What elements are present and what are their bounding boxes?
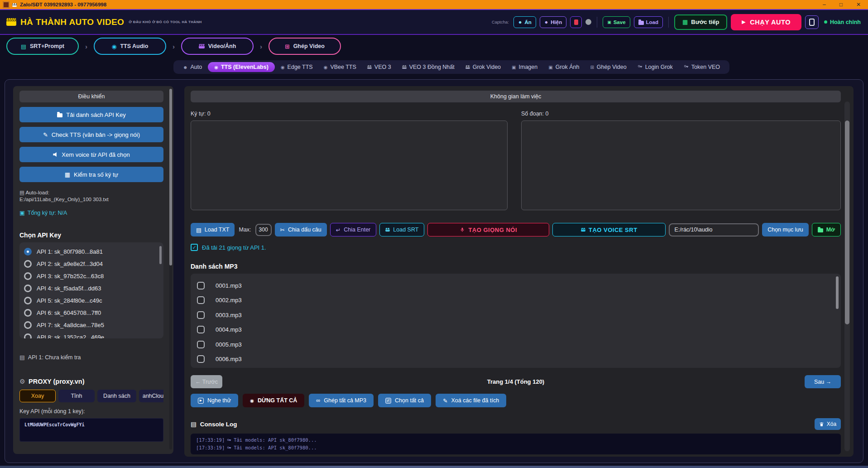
logo-clapperboard-icon bbox=[6, 18, 16, 26]
select-all-button[interactable]: ✓ Chọn tất cả bbox=[378, 394, 431, 407]
load-srt-button[interactable]: Load SRT bbox=[379, 223, 424, 236]
captcha-label: Captcha: bbox=[492, 19, 509, 24]
api-key-option[interactable]: API 8: sk_1352ca2...469e bbox=[24, 331, 159, 338]
create-voice-srt-button[interactable]: TẠO VOICE SRT bbox=[552, 223, 666, 236]
mp3-list-item[interactable]: 0002.mp3 bbox=[197, 293, 834, 308]
choose-save-dir-button[interactable]: Chọn mục lưu bbox=[762, 223, 809, 236]
tab-edge-tts[interactable]: ◉ Edge TTS bbox=[276, 63, 318, 72]
create-voice-button[interactable]: TẠO GIỌNG NÓI bbox=[427, 223, 549, 236]
radio-icon[interactable] bbox=[24, 285, 32, 292]
save-button[interactable]: ▣ Save bbox=[603, 16, 630, 28]
divider bbox=[597, 17, 597, 28]
workspace-scrollbar[interactable] bbox=[844, 101, 850, 451]
browser-window-button[interactable] bbox=[570, 16, 582, 28]
mp3-list-item[interactable]: 0005.mp3 bbox=[197, 337, 834, 352]
delete-checked-button[interactable]: ✎ Xoá các file đã tích bbox=[436, 394, 506, 407]
tab-veo-3[interactable]: VEO 3 bbox=[362, 63, 396, 72]
split-punctuation-button[interactable]: ✂ Chia dấu câu bbox=[275, 223, 327, 236]
api-key-option[interactable]: API 1: sk_80f7980...8a81 bbox=[24, 246, 159, 258]
tab-vbee-tts[interactable]: ◉ VBee TTS bbox=[319, 63, 361, 72]
api-key-option[interactable]: API 7: sk_4a8dcae...78e5 bbox=[24, 319, 159, 331]
radio-icon[interactable] bbox=[24, 260, 32, 268]
phone-panel-button[interactable] bbox=[805, 15, 819, 29]
tab-login-grok[interactable]: Login Grok bbox=[633, 63, 678, 72]
load-txt-button[interactable]: ▤ Load TXT bbox=[191, 223, 235, 236]
proxy-tab-anhcloud[interactable]: anhClou bbox=[139, 390, 163, 402]
step-tts-audio[interactable]: ◉ TTS Audio bbox=[94, 38, 166, 55]
film-icon: ⊞ bbox=[590, 65, 594, 70]
max-chars-input[interactable] bbox=[255, 224, 272, 236]
mp3-checkbox[interactable] bbox=[197, 296, 205, 304]
voices-checkbox[interactable]: ✓ bbox=[191, 244, 198, 251]
maximize-button[interactable]: □ bbox=[839, 0, 843, 9]
tab-veo-3-dong-nhat[interactable]: VEO 3 Đồng Nhất bbox=[397, 63, 460, 72]
mp3-checkbox[interactable] bbox=[197, 311, 205, 319]
run-auto-button[interactable]: ▶ CHẠY AUTO bbox=[731, 14, 801, 30]
radio-icon[interactable] bbox=[24, 333, 32, 338]
api-key-option[interactable]: API 2: sk_a9e8e2f...3d04 bbox=[24, 258, 159, 270]
segment-count-label: Số đoạn: 0 bbox=[521, 111, 841, 117]
api-list-scrollbar[interactable] bbox=[159, 246, 162, 264]
split-enter-button[interactable]: ↵ Chia Enter bbox=[330, 223, 377, 236]
mp3-list-item[interactable] bbox=[197, 367, 834, 368]
merge-all-button[interactable]: ∞ Ghép tất cả MP3 bbox=[309, 394, 374, 407]
stop-all-button[interactable]: ◉ DỪNG TẤT CẢ bbox=[243, 394, 304, 407]
workflow-steps: ▤ SRT+Prompt › ◉ TTS Audio › Video/Ảnh ›… bbox=[0, 35, 868, 58]
mp3-list-item[interactable]: 0003.mp3 bbox=[197, 308, 834, 323]
proxy-tab-tinh[interactable]: Tĩnh bbox=[58, 390, 95, 402]
console-log[interactable]: [17:33:19] Tải models: API sk_80f7980...… bbox=[191, 434, 841, 454]
open-folder-button[interactable]: Mở bbox=[812, 223, 841, 236]
mp3-list-scrollbar[interactable] bbox=[836, 276, 839, 309]
captcha-hide-button[interactable]: ☻ Ẩn bbox=[513, 16, 536, 28]
clear-console-button[interactable]: Xóa bbox=[815, 418, 841, 430]
sidebar-scrollbar[interactable] bbox=[169, 89, 172, 449]
console-line: [17:33:19] Tải models: API sk_80f7980... bbox=[196, 436, 835, 444]
preview-button[interactable]: ▶ Nghe thử bbox=[191, 394, 238, 407]
radio-icon[interactable] bbox=[24, 309, 32, 317]
tab-imagen[interactable]: ▣ Imagen bbox=[507, 63, 542, 72]
radio-icon[interactable] bbox=[24, 297, 32, 304]
api-key-option[interactable]: API 3: sk_97b252c...63c8 bbox=[24, 270, 159, 282]
radio-icon[interactable] bbox=[24, 272, 32, 280]
link-icon: ∞ bbox=[316, 397, 320, 404]
mp3-checkbox[interactable] bbox=[197, 326, 205, 333]
proxy-tab-xoay[interactable]: Xoay bbox=[19, 390, 56, 402]
tab-grok-anh[interactable]: ▣ Grok Ánh bbox=[543, 63, 584, 72]
step-video-image[interactable]: Video/Ảnh bbox=[181, 38, 254, 55]
text-input-area[interactable] bbox=[191, 121, 508, 210]
api-key-option[interactable]: API 5: sk_284f80e...c49c bbox=[24, 294, 159, 307]
captcha-show-button[interactable]: ☻ Hiện bbox=[540, 16, 566, 28]
app-tagline: Ở ĐÂU KHÓ Ở ĐÓ CÓ TOOL HÀ THÀNH bbox=[129, 20, 201, 24]
proxy-tab-danh-sach[interactable]: Danh sách bbox=[97, 390, 136, 402]
close-button[interactable]: ✕ bbox=[856, 0, 861, 9]
mic-icon: ◉ bbox=[112, 43, 117, 50]
api-key-option[interactable]: API 6: sk_6045708...7ff0 bbox=[24, 307, 159, 319]
save-path-input[interactable] bbox=[669, 223, 759, 236]
check-tts-button[interactable]: ✎ Check TTS (văn bản -> giọng nói) bbox=[19, 127, 163, 142]
count-chars-button[interactable]: ▦ Kiểm tra số ký tự bbox=[19, 167, 163, 182]
step-merge-video[interactable]: ⊞ Ghép Video bbox=[269, 38, 341, 55]
api-key-option[interactable]: API 4: sk_f5ada5f...dd63 bbox=[24, 282, 159, 294]
load-button[interactable]: Load bbox=[634, 16, 663, 28]
mp3-section-title: Danh sách MP3 bbox=[191, 263, 841, 270]
load-api-keys-button[interactable]: Tải danh sách API Key bbox=[19, 107, 163, 122]
tab-grok-video[interactable]: Grok Video bbox=[460, 63, 506, 72]
mp3-checkbox[interactable] bbox=[197, 282, 205, 289]
tab-token-veo[interactable]: Token VEO bbox=[679, 63, 725, 72]
mp3-checkbox[interactable] bbox=[197, 355, 205, 363]
tab-auto[interactable]: ☻ Auto bbox=[178, 63, 207, 72]
next-step-button[interactable]: ▦ Bước tiếp bbox=[674, 14, 727, 30]
step-srt-prompt[interactable]: ▤ SRT+Prompt bbox=[6, 38, 79, 55]
tab-tts-elevenlabs[interactable]: ◉ TTS (ElevenLabs) bbox=[208, 62, 275, 72]
minimize-button[interactable]: – bbox=[823, 0, 826, 9]
radio-icon[interactable] bbox=[24, 321, 32, 329]
proxy-key-textarea[interactable]: LtMUdUWPEscuTrCovWgFYi bbox=[19, 418, 163, 442]
view-voices-button[interactable]: Xem voice từ API đã chọn bbox=[19, 147, 163, 162]
radio-selected-icon[interactable] bbox=[24, 248, 32, 256]
tab-ghep-video[interactable]: ⊞ Ghép Video bbox=[585, 63, 631, 72]
segments-area[interactable] bbox=[521, 121, 841, 210]
mp3-checkbox[interactable] bbox=[197, 341, 205, 348]
mp3-list-item[interactable]: 0006.mp3 bbox=[197, 352, 834, 367]
mp3-list-item[interactable]: 0001.mp3 bbox=[197, 278, 834, 293]
mp3-list-item[interactable]: 0004.mp3 bbox=[197, 323, 834, 338]
